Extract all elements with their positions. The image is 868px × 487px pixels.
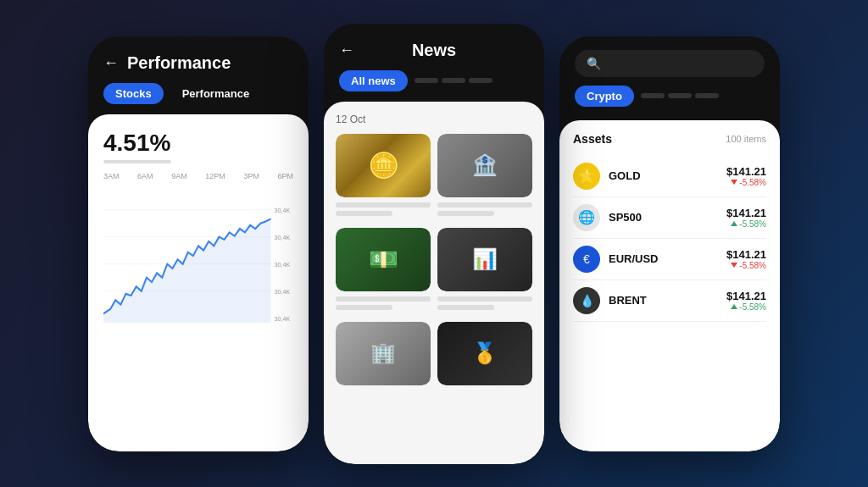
news-text-line-short <box>336 211 392 216</box>
performance-tab-bar: Stocks Performance <box>88 83 309 114</box>
gold2-image <box>437 322 532 385</box>
crypto-tab-bar: Crypto <box>575 86 765 113</box>
news-text-trader <box>437 296 532 310</box>
crypto-tab-dot-1 <box>641 93 665 98</box>
news-text-line <box>336 296 431 302</box>
all-news-tab[interactable]: All news <box>339 70 408 91</box>
news-text-line <box>437 296 532 302</box>
news-item-coins[interactable] <box>336 134 431 219</box>
back-arrow-icon[interactable]: ← <box>103 54 119 72</box>
phone-news: ← News All news 12 Oct <box>324 24 544 464</box>
news-image-gold2 <box>437 322 532 385</box>
phone-performance: ← Performance Stocks Performance 4.51% 3… <box>88 36 309 451</box>
time-12pm: 12PM <box>205 172 225 180</box>
performance-header: ← Performance <box>88 36 309 83</box>
asset-item-sp500[interactable]: 🌐 SP500 $141.21 -5.58% <box>573 197 766 239</box>
brent-change: -5.58% <box>726 302 766 312</box>
asset-item-gold[interactable]: ⭐ GOLD $141.21 -5.58% <box>573 156 766 197</box>
brent-price-group: $141.21 -5.58% <box>726 290 766 312</box>
assets-count: 100 items <box>726 134 766 144</box>
news-content: 12 Oct <box>324 102 544 464</box>
brent-icon: 💧 <box>573 287 600 314</box>
news-tab-bar: All news <box>324 70 544 102</box>
news-text-wallst <box>437 202 532 216</box>
news-text-money <box>336 296 431 310</box>
news-item-gold2[interactable] <box>437 322 532 385</box>
news-tab-dot-3 <box>469 78 492 83</box>
crypto-tab[interactable]: Crypto <box>575 86 634 107</box>
gold-icon: ⭐ <box>573 163 600 190</box>
crypto-screen: 🔍 Crypto Assets 100 items <box>559 36 780 451</box>
sp500-change: -5.58% <box>726 219 766 229</box>
news-tab-dots <box>415 78 492 83</box>
money-image <box>336 228 431 291</box>
performance-bar <box>103 160 171 163</box>
news-image-trader <box>437 228 532 291</box>
news-back-arrow-icon[interactable]: ← <box>339 42 354 59</box>
eurusd-change: -5.58% <box>726 261 766 270</box>
news-grid-3 <box>336 322 532 385</box>
crypto-tab-dots <box>641 93 719 98</box>
brent-price: $141.21 <box>726 290 766 302</box>
phones-container: ← Performance Stocks Performance 4.51% 3… <box>71 7 797 481</box>
sp500-price-group: $141.21 -5.58% <box>726 207 766 229</box>
eurusd-price: $141.21 <box>726 248 766 261</box>
gold-price: $141.21 <box>726 165 766 178</box>
phone-crypto: 🔍 Crypto Assets 100 items <box>559 36 780 451</box>
trader-image <box>437 228 532 291</box>
crypto-content: Assets 100 items ⭐ GOLD $141.21 -5.58% <box>559 120 780 451</box>
performance-tab[interactable]: Performance <box>170 83 261 104</box>
news-header: ← News <box>324 24 544 70</box>
sp500-name: SP500 <box>609 211 718 224</box>
news-item-wallst[interactable] <box>437 134 532 219</box>
brent-change-arrow <box>731 304 737 309</box>
news-image-wallst <box>437 134 532 197</box>
news-item-building[interactable] <box>336 322 431 385</box>
asset-item-eurusd[interactable]: € EUR/USD $141.21 -5.58% <box>573 239 766 280</box>
news-tab-dot-1 <box>415 78 438 83</box>
news-grid-2 <box>336 228 532 313</box>
stocks-tab[interactable]: Stocks <box>103 83 164 104</box>
time-3pm: 3PM <box>243 172 259 180</box>
news-text-line-short <box>437 211 494 216</box>
search-bar[interactable]: 🔍 <box>575 50 765 77</box>
sp500-change-arrow <box>731 221 737 226</box>
time-3am: 3AM <box>103 172 120 180</box>
news-text-line-short <box>336 305 392 310</box>
news-grid-1 <box>336 134 532 219</box>
news-text-line <box>336 202 431 208</box>
news-text-coins <box>336 202 431 216</box>
assets-header: Assets 100 items <box>573 132 766 146</box>
eurusd-icon: € <box>573 246 600 273</box>
eurusd-change-arrow <box>731 263 737 268</box>
eurusd-name: EUR/USD <box>609 252 718 265</box>
news-item-trader[interactable] <box>437 228 532 313</box>
svg-text:30,4K: 30,4K <box>275 287 291 295</box>
performance-title: Performance <box>127 53 231 73</box>
svg-text:30,4K: 30,4K <box>275 260 291 268</box>
news-text-line <box>437 202 532 208</box>
asset-item-brent[interactable]: 💧 BRENT $141.21 -5.58% <box>573 280 766 322</box>
svg-text:30,4K: 30,4K <box>275 206 291 213</box>
crypto-tab-dot-3 <box>695 93 719 98</box>
news-item-money[interactable] <box>336 228 431 313</box>
news-screen: ← News All news 12 Oct <box>324 24 544 464</box>
sp500-price: $141.21 <box>726 207 766 219</box>
sp500-icon: 🌐 <box>573 204 600 231</box>
news-image-building <box>336 322 431 385</box>
performance-screen: ← Performance Stocks Performance 4.51% 3… <box>88 36 309 451</box>
gold-change-arrow <box>731 180 737 185</box>
brent-name: BRENT <box>609 294 718 307</box>
time-6pm: 6PM <box>277 172 293 180</box>
gold-name: GOLD <box>609 169 718 182</box>
time-labels: 3AM 6AM 9AM 12PM 3PM 6PM <box>103 172 293 180</box>
performance-chart: 30,4K 30,4K 30,4K 30,4K 30,4K <box>103 187 293 323</box>
news-image-coins <box>336 134 431 197</box>
building-image <box>336 322 431 385</box>
search-icon: 🔍 <box>587 57 601 70</box>
performance-content: 4.51% 3AM 6AM 9AM 12PM 3PM 6PM <box>88 114 309 451</box>
performance-percent: 4.51% <box>103 130 293 157</box>
svg-text:30,4K: 30,4K <box>275 233 291 241</box>
news-date: 12 Oct <box>336 113 532 125</box>
wallst-image <box>437 134 532 197</box>
